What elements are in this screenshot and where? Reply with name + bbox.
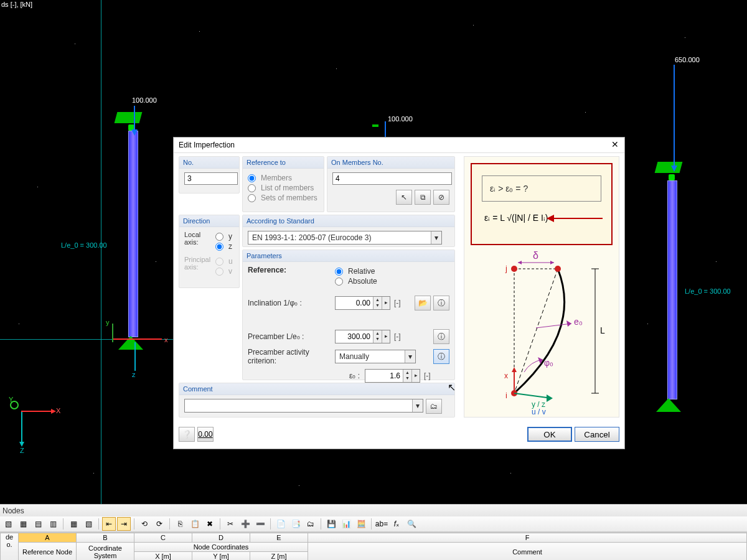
tb-icon-17[interactable]: 📄: [274, 517, 288, 531]
tb-icon-2[interactable]: ▦: [16, 517, 30, 531]
edit-imperfection-dialog: Edit Imperfection ✕ No. Reference to Mem…: [173, 137, 625, 449]
radio-sets-of-members[interactable]: [248, 194, 256, 202]
colE[interactable]: E: [250, 533, 308, 543]
load-value-3: 650.000: [675, 56, 700, 63]
svg-text:u / v: u / v: [532, 408, 546, 416]
epsilon-spinner[interactable]: ▲▼▸: [365, 369, 420, 383]
group-parameters: Parameters Reference: Relative Absolute …: [242, 250, 455, 380]
inclination-lib-icon[interactable]: 📂: [415, 296, 431, 310]
radio-list-of-members[interactable]: [248, 184, 256, 192]
colF[interactable]: F: [308, 533, 747, 543]
formula-condition: εᵢ > ε₀ = ?: [482, 175, 601, 202]
tb-icon-13[interactable]: ✖: [203, 517, 217, 531]
col-comment[interactable]: Comment: [308, 543, 747, 561]
activity-combo[interactable]: Manually ▾: [335, 350, 416, 363]
colD[interactable]: D: [192, 533, 250, 543]
cancel-button[interactable]: Cancel: [575, 427, 619, 442]
comment-combo[interactable]: ▾: [184, 399, 423, 413]
tb-icon-4[interactable]: ▥: [46, 517, 60, 531]
load-head-mid: [372, 124, 378, 127]
info-icon[interactable]: ⓘ: [433, 296, 449, 310]
radio-absolute[interactable]: [335, 278, 343, 286]
info-icon-2[interactable]: ⓘ: [433, 329, 449, 344]
formula-highlight: εᵢ > ε₀ = ? εᵢ = L √(|N| / E Iᵢ): [471, 163, 613, 245]
group-comment: Comment ▾ 🗂: [179, 383, 455, 418]
tb-icon-5[interactable]: ▦: [67, 517, 80, 531]
col-y[interactable]: Y [m]: [192, 552, 250, 561]
svg-text:e₀: e₀: [574, 317, 583, 327]
tb-icon-7[interactable]: ⇤: [102, 517, 116, 531]
svg-line-24: [514, 393, 552, 398]
col-ref-node[interactable]: Reference Node: [19, 543, 77, 561]
tb-icon-1[interactable]: ▧: [1, 517, 15, 531]
svg-line-12: [536, 324, 571, 328]
ok-button[interactable]: OK: [527, 427, 572, 442]
load-head-left: [116, 112, 141, 131]
tb-icon-24[interactable]: fₓ: [390, 517, 403, 531]
group-reference-to-title: Reference to: [243, 157, 324, 169]
tb-icon-12[interactable]: 📋: [188, 517, 202, 531]
tb-icon-18[interactable]: 📑: [289, 517, 303, 531]
radio-relative[interactable]: [335, 268, 343, 276]
svg-marker-9: [550, 261, 554, 264]
on-members-input[interactable]: [332, 172, 452, 185]
no-input[interactable]: [184, 172, 238, 185]
group-direction: Direction Local axis: y z Principal axis…: [179, 215, 240, 288]
inclination-spinner[interactable]: ▲▼▸: [335, 296, 390, 310]
tb-icon-9[interactable]: ⟲: [138, 517, 151, 531]
member-right[interactable]: [667, 180, 677, 399]
radio-local-y[interactable]: [215, 233, 223, 241]
tb-icon-23[interactable]: ab=: [375, 517, 388, 531]
tb-icon-11[interactable]: ⎘: [173, 517, 187, 531]
pick-set-icon[interactable]: ⧉: [415, 190, 431, 205]
close-icon[interactable]: ✕: [609, 139, 621, 151]
dialog-title: Edit Imperfection: [174, 138, 624, 153]
col-z[interactable]: Z [m]: [250, 552, 308, 561]
tb-icon-25[interactable]: 🔍: [405, 517, 418, 531]
colB[interactable]: B: [77, 533, 134, 543]
precamber-spinner[interactable]: ▲▼▸: [335, 330, 390, 343]
table-header[interactable]: deo. A B C D E F Reference Node Coordina…: [0, 532, 747, 560]
tb-icon-15[interactable]: ➕: [238, 517, 252, 531]
tb-icon-8[interactable]: ⇥: [117, 517, 131, 531]
chevron-down-icon: ▾: [412, 399, 423, 412]
help-icon[interactable]: ❔: [179, 427, 195, 442]
load-value-2: 100.000: [388, 115, 413, 123]
tb-icon-14[interactable]: ✂: [223, 517, 237, 531]
svg-text:i: i: [505, 391, 507, 400]
colA[interactable]: A: [19, 533, 77, 543]
tb-icon-20[interactable]: 💾: [324, 517, 338, 531]
tb-icon-21[interactable]: 📊: [339, 517, 353, 531]
tb-icon-10[interactable]: ⟳: [153, 517, 166, 531]
col-node-coords[interactable]: Node Coordinates: [134, 543, 308, 552]
clear-selection-icon[interactable]: ⊘: [433, 190, 449, 205]
tb-icon-6[interactable]: ▧: [82, 517, 95, 531]
formula-definition: εᵢ = L √(|N| / E Iᵢ): [484, 213, 548, 223]
svg-text:x: x: [504, 371, 508, 380]
svg-text:L: L: [600, 325, 605, 335]
info-icon-3[interactable]: ⓘ: [433, 349, 449, 364]
chevron-down-icon: ▾: [405, 350, 415, 363]
units-icon[interactable]: 0.00: [197, 427, 214, 442]
tb-icon-19[interactable]: 🗂: [304, 517, 317, 531]
comment-lib-icon[interactable]: 🗂: [426, 399, 442, 414]
svg-point-3: [511, 266, 517, 272]
tb-icon-16[interactable]: ➖: [253, 517, 267, 531]
col-x[interactable]: X [m]: [134, 552, 192, 561]
group-reference-to: Reference to Members List of members Set…: [242, 156, 324, 212]
tb-icon-22[interactable]: 🧮: [354, 517, 368, 531]
radio-principal-v: [215, 268, 223, 276]
radio-local-z[interactable]: [215, 243, 223, 251]
colC[interactable]: C: [134, 533, 192, 543]
col-coord-sys[interactable]: Coordinate System: [77, 543, 134, 561]
load-arrow-2: [385, 121, 386, 139]
svg-marker-25: [547, 394, 553, 402]
tb-icon-3[interactable]: ▤: [31, 517, 45, 531]
pick-member-icon[interactable]: ↖: [396, 190, 412, 205]
unit-label: ds [-], [kN]: [1, 1, 32, 8]
svg-text:j: j: [505, 264, 507, 273]
standard-combo[interactable]: EN 1993-1-1: 2005-07 (Eurocode 3) ▾: [248, 231, 442, 245]
member-left[interactable]: [128, 131, 138, 337]
axis-vertical: [101, 0, 101, 504]
radio-members[interactable]: [248, 174, 256, 182]
